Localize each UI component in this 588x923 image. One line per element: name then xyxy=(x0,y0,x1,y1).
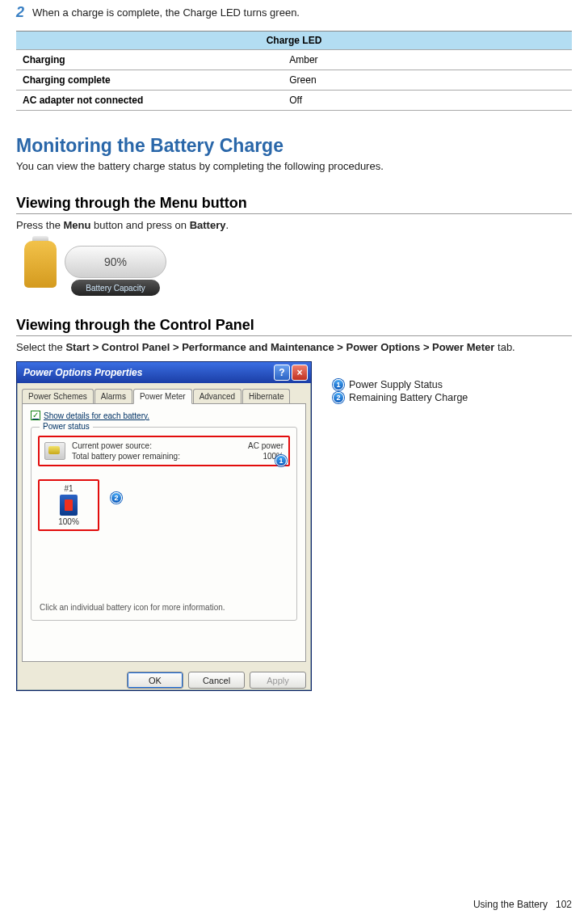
checkbox-label: Show details for each battery. xyxy=(44,411,149,420)
button-bar: OK Cancel Apply xyxy=(17,667,311,693)
tab-power-meter[interactable]: Power Meter xyxy=(133,389,192,404)
table-row: AC adapter not connected Off xyxy=(16,91,572,111)
remaining-label: Total battery power remaining: xyxy=(72,452,180,461)
section-subtitle: You can view the battery charge status b… xyxy=(16,160,572,172)
legend-row-2: 2 Remaining Battery Charge xyxy=(333,392,468,403)
power-status-group: Power status Current power source: AC po… xyxy=(31,427,297,621)
battery-body-icon xyxy=(24,241,57,288)
table-row: Charging Amber xyxy=(16,50,572,70)
battery-capacity-graphic: 90% Battery Capacity xyxy=(16,239,166,296)
power-supply-status-box: Current power source: AC power Total bat… xyxy=(38,436,290,466)
page-footer: Using the Battery 102 xyxy=(473,899,572,910)
table-row: Charging complete Green xyxy=(16,70,572,91)
tab-advanced[interactable]: Advanced xyxy=(193,389,242,404)
tab-body: ✓ Show details for each battery. Power s… xyxy=(22,403,306,662)
tab-hibernate[interactable]: Hibernate xyxy=(242,389,290,404)
battery-1-percent: 100% xyxy=(44,517,93,526)
led-value: Off xyxy=(283,91,572,111)
group-title: Power status xyxy=(40,422,93,431)
legend-row-1: 1 Power Supply Status xyxy=(333,379,468,390)
apply-button[interactable]: Apply xyxy=(250,672,306,689)
callout-2: 2 xyxy=(111,492,122,504)
charge-led-table: Charge LED Charging Amber Charging compl… xyxy=(16,31,572,111)
ok-button[interactable]: OK xyxy=(127,672,183,689)
titlebar: Power Options Properties ? × xyxy=(17,362,311,383)
led-state: Charging xyxy=(16,50,283,70)
help-button[interactable]: ? xyxy=(274,365,290,381)
battery-1-cell[interactable]: #1 100% xyxy=(38,479,99,531)
subsection-panel-text: Select the Start > Control Panel > Perfo… xyxy=(16,341,572,353)
callout-1: 1 xyxy=(275,455,287,466)
legend-text-2: Remaining Battery Charge xyxy=(349,392,468,403)
subsection-menu-text: Press the Menu button and press on Batte… xyxy=(16,219,572,231)
dialog-title: Power Options Properties xyxy=(23,367,272,378)
led-state: Charging complete xyxy=(16,70,283,91)
close-button[interactable]: × xyxy=(292,365,308,381)
table-header: Charge LED xyxy=(16,32,572,50)
source-label: Current power source: xyxy=(72,441,152,450)
section-title: Monitoring the Battery Charge xyxy=(16,135,572,157)
callout-legend: 1 Power Supply Status 2 Remaining Batter… xyxy=(333,361,468,691)
led-value: Amber xyxy=(283,50,572,70)
legend-text-1: Power Supply Status xyxy=(349,379,443,390)
checkbox-icon[interactable]: ✓ xyxy=(31,411,40,420)
group-note: Click an individual battery icon for mor… xyxy=(40,603,225,612)
battery-icon xyxy=(60,495,78,516)
source-value: AC power xyxy=(248,441,284,450)
tab-strip: Power Schemes Alarms Power Meter Advance… xyxy=(17,383,311,403)
subsection-menu-title: Viewing through the Menu button xyxy=(16,195,572,214)
tab-power-schemes[interactable]: Power Schemes xyxy=(22,389,94,404)
led-value: Green xyxy=(283,70,572,91)
legend-num-1: 1 xyxy=(333,379,344,390)
power-options-dialog: Power Options Properties ? × Power Schem… xyxy=(16,361,312,691)
cancel-button[interactable]: Cancel xyxy=(188,672,245,689)
capacity-percent: 90% xyxy=(104,255,127,268)
legend-num-2: 2 xyxy=(333,392,344,403)
plug-icon xyxy=(44,442,65,460)
step-row: 2 When a charge is complete, the Charge … xyxy=(16,5,572,19)
step-number: 2 xyxy=(16,5,24,19)
show-details-checkbox-row[interactable]: ✓ Show details for each battery. xyxy=(31,411,297,420)
led-state: AC adapter not connected xyxy=(16,91,283,111)
capacity-label: Battery Capacity xyxy=(71,280,160,296)
capacity-badge: 90% xyxy=(65,246,166,278)
battery-1-label: #1 xyxy=(44,484,93,493)
step-text: When a charge is complete, the Charge LE… xyxy=(32,5,300,19)
subsection-panel-title: Viewing through the Control Panel xyxy=(16,317,572,336)
tab-alarms[interactable]: Alarms xyxy=(94,389,132,404)
